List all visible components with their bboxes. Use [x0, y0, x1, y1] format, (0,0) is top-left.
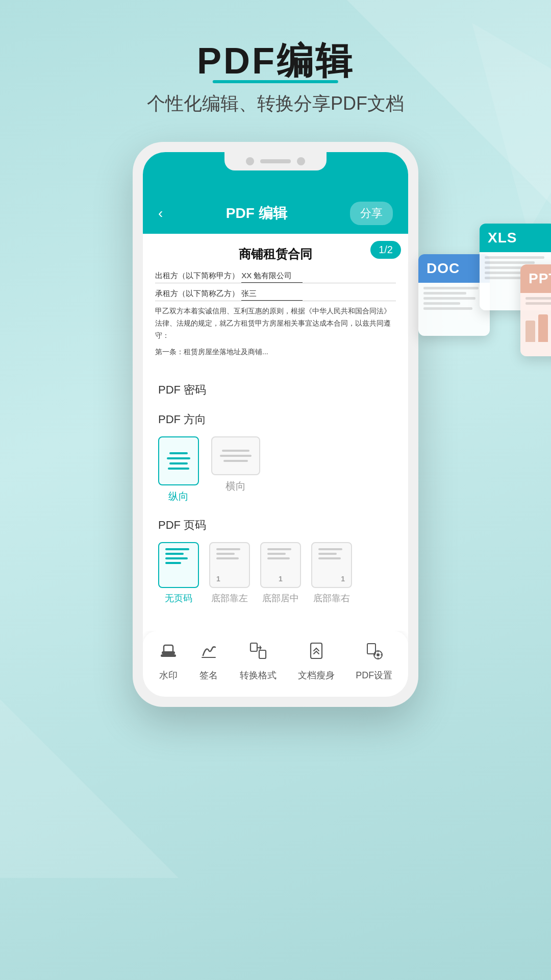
camera-right-icon — [297, 157, 305, 165]
orientation-options: 纵向 横向 — [158, 436, 393, 503]
landscape-option[interactable]: 横向 — [211, 436, 260, 503]
nav-title: PDF 编辑 — [226, 204, 287, 223]
svg-rect-3 — [251, 643, 257, 651]
doc-party1: 出租方（以下简称甲方） XX 勉有限公司 — [155, 268, 396, 283]
phone-area: DOC XLS PPT — [0, 142, 551, 707]
doc-party2: 承租方（以下简称乙方） 张三 — [155, 286, 396, 301]
doc-para2: 第一条：租赁房屋坐落地址及商铺... — [155, 346, 396, 358]
page-badge: 1/2 — [370, 241, 401, 259]
pdf-password-section: PDF 密码 — [158, 382, 393, 398]
nav-bar: ‹ PDF 编辑 分享 — [143, 193, 408, 234]
portrait-option[interactable]: 纵向 — [158, 436, 199, 503]
doc-card-doc: DOC — [418, 254, 490, 336]
phone-mockup: ‹ PDF 编辑 分享 1/2 商铺租赁合同 出租方（以下简称甲方） XX 勉有… — [133, 142, 418, 707]
doc-title: 商铺租赁合同 — [155, 246, 396, 262]
toolbar-convert[interactable]: 转换格式 — [240, 641, 277, 681]
pageno-bc-label: 底部居中 — [262, 592, 299, 604]
stamp-icon — [159, 641, 178, 665]
direction-label: PDF 方向 — [158, 412, 393, 427]
phone-top-bar — [143, 152, 408, 193]
doc-card-ppt: PPT — [520, 264, 551, 356]
bottom-toolbar: 水印 签名 — [143, 631, 408, 697]
bg-decoration-3 — [0, 699, 179, 878]
portrait-label: 纵向 — [168, 489, 189, 503]
floating-docs: DOC XLS PPT — [418, 224, 551, 397]
phone-notch — [224, 152, 327, 170]
convert-icon — [248, 641, 268, 665]
phone-screen: ‹ PDF 编辑 分享 1/2 商铺租赁合同 出租方（以下简称甲方） XX 勉有… — [143, 152, 408, 697]
camera-left-icon — [246, 157, 254, 165]
signature-icon — [199, 641, 218, 665]
watermark-label: 水印 — [159, 669, 178, 681]
toolbar-pdf-settings[interactable]: PDF设置 — [356, 641, 392, 681]
landscape-icon — [211, 436, 260, 475]
share-button[interactable]: 分享 — [350, 202, 393, 225]
password-label: PDF 密码 — [158, 382, 393, 398]
ppt-type-label: PPT — [520, 264, 551, 293]
pageno-options: 无页码 1 — [158, 542, 393, 604]
pageno-bottom-right[interactable]: 1 底部靠右 — [311, 542, 352, 604]
page-title: PDF编辑 — [0, 41, 551, 81]
page-subtitle: 个性化编辑、转换分享PDF文档 — [0, 91, 551, 116]
pageno-bc-icon: 1 — [260, 542, 301, 588]
doc-paragraph: 甲乙双方本着实诚信用、互利互惠的原则，根据《中华人民共和国合同法》法律、法规的规… — [155, 305, 396, 341]
toolbar-watermark[interactable]: 水印 — [159, 641, 178, 681]
svg-rect-4 — [259, 650, 266, 658]
slim-icon — [307, 641, 326, 665]
xls-type-label: XLS — [480, 224, 551, 252]
pageno-br-label: 底部靠右 — [313, 592, 350, 604]
pageno-none-label: 无页码 — [165, 592, 192, 604]
header-section: PDF编辑 个性化编辑、转换分享PDF文档 — [0, 0, 551, 132]
landscape-label: 横向 — [226, 479, 246, 493]
portrait-icon — [158, 436, 199, 485]
pageno-br-icon: 1 — [311, 542, 352, 588]
pdf-preview: 1/2 商铺租赁合同 出租方（以下简称甲方） XX 勉有限公司 承租方（以下简称… — [143, 234, 408, 370]
pageno-bottom-center[interactable]: 1 底部居中 — [260, 542, 301, 604]
svg-rect-2 — [161, 654, 176, 657]
pdf-settings-label: PDF设置 — [356, 669, 392, 681]
toolbar-signature[interactable]: 签名 — [199, 641, 218, 681]
svg-point-8 — [377, 653, 380, 656]
slim-label: 文档瘦身 — [298, 669, 335, 681]
svg-rect-1 — [164, 645, 173, 652]
doc-type-label: DOC — [418, 254, 490, 283]
convert-label: 转换格式 — [240, 669, 277, 681]
back-button[interactable]: ‹ — [158, 205, 163, 222]
signature-label: 签名 — [199, 669, 218, 681]
party2-value: 张三 — [241, 286, 303, 301]
speaker-icon — [260, 159, 291, 163]
pageno-bl-label: 底部靠左 — [211, 592, 248, 604]
pageno-bottom-left[interactable]: 1 底部靠左 — [209, 542, 250, 604]
toolbar-slim[interactable]: 文档瘦身 — [298, 641, 335, 681]
party1-value: XX 勉有限公司 — [241, 268, 303, 283]
pdf-settings-icon — [364, 641, 384, 665]
pdf-direction-section: PDF 方向 纵向 — [158, 412, 393, 503]
pageno-label: PDF 页码 — [158, 518, 393, 533]
pageno-none[interactable]: 无页码 — [158, 542, 199, 604]
pageno-bl-icon: 1 — [209, 542, 250, 588]
pdf-pageno-section: PDF 页码 无页 — [158, 518, 393, 604]
settings-panel: PDF 密码 PDF 方向 — [143, 370, 408, 631]
pageno-none-icon — [158, 542, 199, 588]
